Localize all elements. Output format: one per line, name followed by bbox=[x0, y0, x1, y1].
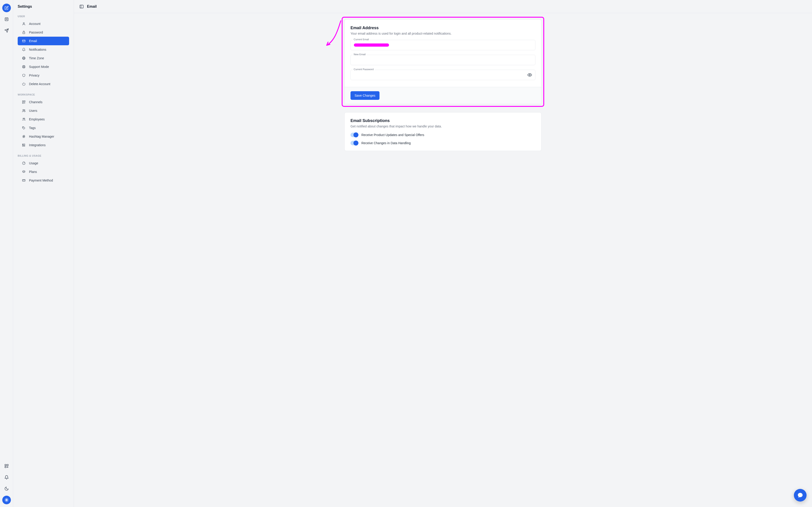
annotation-arrow-icon bbox=[325, 18, 343, 48]
toggle-data-handling: Receive Changes in Data Handling bbox=[351, 141, 536, 145]
sidebar-item-hashtag[interactable]: Hashtag Manager bbox=[18, 132, 69, 141]
svg-line-39 bbox=[23, 135, 23, 138]
puzzle-icon bbox=[22, 143, 26, 147]
sidebar-item-label: Delete Account bbox=[29, 82, 50, 86]
svg-point-36 bbox=[23, 127, 23, 127]
sidebar-item-usage[interactable]: Usage bbox=[18, 159, 69, 168]
svg-rect-7 bbox=[5, 466, 6, 468]
sidebar-item-label: Employees bbox=[29, 117, 45, 121]
group-label-billing: BILLING & USAGE bbox=[18, 154, 69, 157]
grid-plus-icon bbox=[22, 100, 26, 104]
apps-icon[interactable] bbox=[2, 462, 11, 470]
sidebar-item-label: Email bbox=[29, 39, 37, 43]
toggle-label: Receive Changes in Data Handling bbox=[361, 141, 411, 145]
field-label: New Email bbox=[353, 53, 367, 56]
sidebar-item-password[interactable]: Password bbox=[18, 28, 69, 37]
svg-line-22 bbox=[23, 66, 23, 66]
sidebar-title: Settings bbox=[18, 5, 69, 9]
users-icon bbox=[22, 109, 26, 112]
sidebar-item-plans[interactable]: Plans bbox=[18, 168, 69, 176]
svg-point-35 bbox=[24, 118, 25, 119]
bell-icon bbox=[22, 48, 26, 51]
field-label: Current Email bbox=[353, 38, 370, 41]
save-changes-button[interactable]: Save Changes bbox=[351, 91, 379, 100]
svg-point-34 bbox=[23, 118, 24, 119]
sidebar-item-integrations[interactable]: Integrations bbox=[18, 141, 69, 150]
mail-icon bbox=[22, 39, 26, 43]
sidebar-item-account[interactable]: Account bbox=[18, 19, 69, 28]
current-password-field: Current Password bbox=[351, 70, 536, 80]
sidebar-item-label: Account bbox=[29, 22, 41, 25]
sidebar-item-label: Integrations bbox=[29, 143, 46, 147]
new-email-field: New Email bbox=[351, 55, 536, 65]
toggle-switch[interactable] bbox=[351, 141, 358, 145]
sidebar-item-tags[interactable]: Tags bbox=[18, 124, 69, 132]
sidebar-item-label: Hashtag Manager bbox=[29, 135, 54, 138]
sidebar-item-label: Users bbox=[29, 109, 37, 112]
sidebar-item-notifications[interactable]: Notifications bbox=[18, 45, 69, 54]
sidebar-item-label: Privacy bbox=[29, 73, 39, 77]
main-header: Email bbox=[74, 0, 812, 13]
sidebar-item-label: Time Zone bbox=[29, 56, 44, 60]
group-label-workspace: WORKSPACE bbox=[18, 93, 69, 96]
svg-rect-28 bbox=[24, 101, 25, 102]
svg-point-32 bbox=[23, 110, 24, 111]
sidebar-item-label: Support Mode bbox=[29, 65, 49, 69]
help-chat-button[interactable] bbox=[794, 489, 807, 502]
posts-icon[interactable] bbox=[2, 15, 11, 23]
sidebar-item-delete[interactable]: Delete Account bbox=[18, 80, 69, 88]
sidebar-item-support[interactable]: Support Mode bbox=[18, 62, 69, 71]
email-address-card: Email Address Your email address is used… bbox=[344, 19, 542, 104]
toggle-label: Receive Product Updates and Special Offe… bbox=[361, 133, 424, 137]
svg-rect-5 bbox=[5, 464, 6, 466]
new-email-input[interactable] bbox=[351, 55, 536, 65]
collapse-sidebar-button[interactable] bbox=[79, 4, 84, 9]
brand-logo[interactable] bbox=[2, 496, 11, 504]
svg-rect-29 bbox=[22, 102, 23, 103]
card-description: Get notified about changes that impact h… bbox=[351, 124, 536, 128]
svg-rect-43 bbox=[22, 179, 25, 181]
email-subscriptions-card: Email Subscriptions Get notified about c… bbox=[344, 112, 542, 151]
sidebar-item-employees[interactable]: Employees bbox=[18, 115, 69, 124]
group-label-user: USER bbox=[18, 15, 69, 18]
sidebar-item-label: Notifications bbox=[29, 48, 46, 51]
field-label: Current Password bbox=[353, 68, 374, 71]
sidebar-item-email[interactable]: Email bbox=[18, 37, 69, 45]
svg-marker-42 bbox=[22, 170, 25, 172]
theme-icon[interactable] bbox=[2, 484, 11, 493]
user-icon bbox=[22, 22, 26, 25]
sidebar-item-label: Channels bbox=[29, 100, 42, 104]
employees-icon bbox=[22, 117, 26, 121]
main: Email Email Address Your email address i… bbox=[74, 0, 812, 507]
svg-rect-45 bbox=[80, 5, 83, 8]
globe-icon bbox=[22, 56, 26, 60]
sidebar-item-label: Tags bbox=[29, 126, 36, 130]
toggle-switch[interactable] bbox=[351, 133, 358, 137]
sidebar-item-channels[interactable]: Channels bbox=[18, 98, 69, 106]
toggle-product-updates: Receive Product Updates and Special Offe… bbox=[351, 133, 536, 137]
page-title: Email bbox=[87, 5, 97, 9]
current-password-input[interactable] bbox=[351, 70, 536, 80]
svg-point-47 bbox=[529, 74, 530, 75]
compose-button[interactable] bbox=[2, 4, 11, 12]
sidebar-item-privacy[interactable]: Privacy bbox=[18, 71, 69, 80]
card-title: Email Address bbox=[351, 25, 536, 30]
svg-point-33 bbox=[24, 110, 25, 110]
show-password-button[interactable] bbox=[527, 72, 532, 77]
sidebar-item-label: Usage bbox=[29, 161, 38, 165]
shield-icon bbox=[22, 73, 26, 77]
svg-line-25 bbox=[23, 67, 23, 68]
sidebar-item-payment[interactable]: Payment Method bbox=[18, 176, 69, 185]
sidebar-item-users[interactable]: Users bbox=[18, 106, 69, 115]
card-description: Your email address is used for login and… bbox=[351, 32, 536, 35]
svg-line-23 bbox=[24, 67, 25, 68]
app-rail bbox=[0, 0, 13, 507]
svg-rect-15 bbox=[23, 32, 25, 34]
send-icon[interactable] bbox=[2, 26, 11, 35]
sidebar-item-label: Plans bbox=[29, 170, 37, 174]
svg-rect-27 bbox=[22, 101, 23, 102]
lifebuoy-icon bbox=[22, 65, 26, 69]
current-email-value bbox=[351, 40, 536, 50]
sidebar-item-timezone[interactable]: Time Zone bbox=[18, 54, 69, 62]
notifications-rail-icon[interactable] bbox=[2, 473, 11, 482]
